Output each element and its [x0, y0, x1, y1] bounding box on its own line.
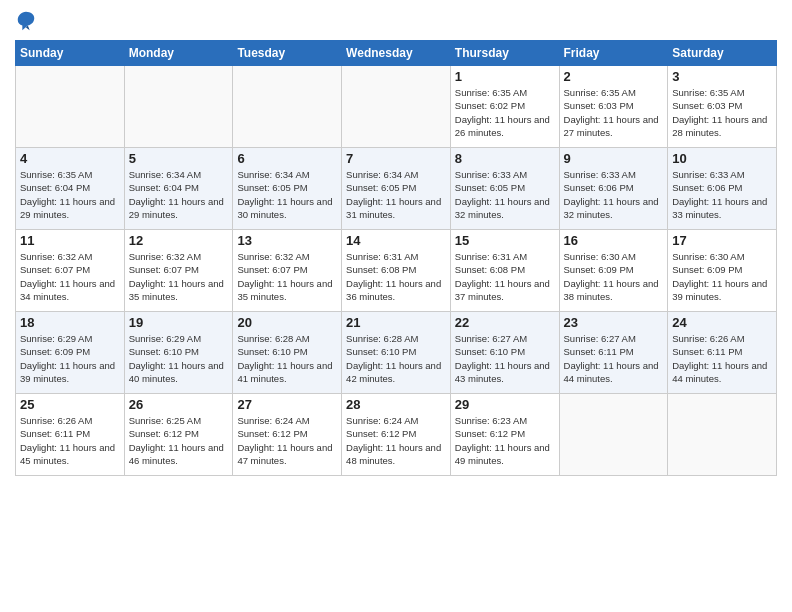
calendar-cell	[559, 394, 668, 476]
calendar-cell: 25Sunrise: 6:26 AM Sunset: 6:11 PM Dayli…	[16, 394, 125, 476]
calendar-cell: 4Sunrise: 6:35 AM Sunset: 6:04 PM Daylig…	[16, 148, 125, 230]
calendar-week-0: 1Sunrise: 6:35 AM Sunset: 6:02 PM Daylig…	[16, 66, 777, 148]
calendar-cell: 2Sunrise: 6:35 AM Sunset: 6:03 PM Daylig…	[559, 66, 668, 148]
day-number: 2	[564, 69, 664, 84]
calendar-cell: 24Sunrise: 6:26 AM Sunset: 6:11 PM Dayli…	[668, 312, 777, 394]
calendar-cell: 17Sunrise: 6:30 AM Sunset: 6:09 PM Dayli…	[668, 230, 777, 312]
day-info: Sunrise: 6:24 AM Sunset: 6:12 PM Dayligh…	[237, 414, 337, 467]
day-info: Sunrise: 6:34 AM Sunset: 6:04 PM Dayligh…	[129, 168, 229, 221]
day-number: 23	[564, 315, 664, 330]
day-number: 4	[20, 151, 120, 166]
day-info: Sunrise: 6:26 AM Sunset: 6:11 PM Dayligh…	[20, 414, 120, 467]
day-info: Sunrise: 6:33 AM Sunset: 6:06 PM Dayligh…	[564, 168, 664, 221]
calendar-cell: 8Sunrise: 6:33 AM Sunset: 6:05 PM Daylig…	[450, 148, 559, 230]
day-info: Sunrise: 6:27 AM Sunset: 6:10 PM Dayligh…	[455, 332, 555, 385]
calendar-cell	[233, 66, 342, 148]
day-info: Sunrise: 6:26 AM Sunset: 6:11 PM Dayligh…	[672, 332, 772, 385]
day-info: Sunrise: 6:32 AM Sunset: 6:07 PM Dayligh…	[129, 250, 229, 303]
calendar-cell: 11Sunrise: 6:32 AM Sunset: 6:07 PM Dayli…	[16, 230, 125, 312]
day-number: 10	[672, 151, 772, 166]
day-number: 20	[237, 315, 337, 330]
day-number: 18	[20, 315, 120, 330]
calendar-week-3: 18Sunrise: 6:29 AM Sunset: 6:09 PM Dayli…	[16, 312, 777, 394]
calendar-cell	[342, 66, 451, 148]
day-number: 21	[346, 315, 446, 330]
calendar-cell: 10Sunrise: 6:33 AM Sunset: 6:06 PM Dayli…	[668, 148, 777, 230]
day-info: Sunrise: 6:30 AM Sunset: 6:09 PM Dayligh…	[564, 250, 664, 303]
calendar-cell: 20Sunrise: 6:28 AM Sunset: 6:10 PM Dayli…	[233, 312, 342, 394]
day-number: 3	[672, 69, 772, 84]
day-number: 11	[20, 233, 120, 248]
day-number: 6	[237, 151, 337, 166]
day-info: Sunrise: 6:31 AM Sunset: 6:08 PM Dayligh…	[346, 250, 446, 303]
calendar-header-saturday: Saturday	[668, 41, 777, 66]
day-number: 19	[129, 315, 229, 330]
day-number: 17	[672, 233, 772, 248]
day-number: 29	[455, 397, 555, 412]
calendar-cell: 15Sunrise: 6:31 AM Sunset: 6:08 PM Dayli…	[450, 230, 559, 312]
calendar-cell: 16Sunrise: 6:30 AM Sunset: 6:09 PM Dayli…	[559, 230, 668, 312]
day-number: 12	[129, 233, 229, 248]
day-info: Sunrise: 6:35 AM Sunset: 6:02 PM Dayligh…	[455, 86, 555, 139]
calendar-header-monday: Monday	[124, 41, 233, 66]
day-number: 15	[455, 233, 555, 248]
day-info: Sunrise: 6:33 AM Sunset: 6:05 PM Dayligh…	[455, 168, 555, 221]
day-number: 1	[455, 69, 555, 84]
calendar-cell: 14Sunrise: 6:31 AM Sunset: 6:08 PM Dayli…	[342, 230, 451, 312]
calendar-week-1: 4Sunrise: 6:35 AM Sunset: 6:04 PM Daylig…	[16, 148, 777, 230]
day-number: 22	[455, 315, 555, 330]
day-info: Sunrise: 6:34 AM Sunset: 6:05 PM Dayligh…	[237, 168, 337, 221]
day-number: 13	[237, 233, 337, 248]
logo-icon	[15, 10, 37, 32]
calendar-week-2: 11Sunrise: 6:32 AM Sunset: 6:07 PM Dayli…	[16, 230, 777, 312]
calendar-header-tuesday: Tuesday	[233, 41, 342, 66]
day-info: Sunrise: 6:23 AM Sunset: 6:12 PM Dayligh…	[455, 414, 555, 467]
calendar: SundayMondayTuesdayWednesdayThursdayFrid…	[15, 40, 777, 476]
calendar-cell	[124, 66, 233, 148]
day-number: 28	[346, 397, 446, 412]
calendar-header-thursday: Thursday	[450, 41, 559, 66]
day-number: 24	[672, 315, 772, 330]
header	[15, 10, 777, 32]
calendar-cell: 5Sunrise: 6:34 AM Sunset: 6:04 PM Daylig…	[124, 148, 233, 230]
day-info: Sunrise: 6:35 AM Sunset: 6:04 PM Dayligh…	[20, 168, 120, 221]
calendar-cell: 22Sunrise: 6:27 AM Sunset: 6:10 PM Dayli…	[450, 312, 559, 394]
calendar-cell: 26Sunrise: 6:25 AM Sunset: 6:12 PM Dayli…	[124, 394, 233, 476]
calendar-header-sunday: Sunday	[16, 41, 125, 66]
calendar-week-4: 25Sunrise: 6:26 AM Sunset: 6:11 PM Dayli…	[16, 394, 777, 476]
calendar-cell: 27Sunrise: 6:24 AM Sunset: 6:12 PM Dayli…	[233, 394, 342, 476]
logo	[15, 10, 41, 32]
day-info: Sunrise: 6:25 AM Sunset: 6:12 PM Dayligh…	[129, 414, 229, 467]
calendar-cell: 28Sunrise: 6:24 AM Sunset: 6:12 PM Dayli…	[342, 394, 451, 476]
day-number: 25	[20, 397, 120, 412]
day-info: Sunrise: 6:29 AM Sunset: 6:09 PM Dayligh…	[20, 332, 120, 385]
calendar-cell	[668, 394, 777, 476]
day-info: Sunrise: 6:28 AM Sunset: 6:10 PM Dayligh…	[237, 332, 337, 385]
day-info: Sunrise: 6:27 AM Sunset: 6:11 PM Dayligh…	[564, 332, 664, 385]
day-number: 14	[346, 233, 446, 248]
day-number: 5	[129, 151, 229, 166]
calendar-header-friday: Friday	[559, 41, 668, 66]
day-number: 9	[564, 151, 664, 166]
day-info: Sunrise: 6:31 AM Sunset: 6:08 PM Dayligh…	[455, 250, 555, 303]
day-number: 7	[346, 151, 446, 166]
calendar-header-wednesday: Wednesday	[342, 41, 451, 66]
calendar-cell: 3Sunrise: 6:35 AM Sunset: 6:03 PM Daylig…	[668, 66, 777, 148]
day-number: 27	[237, 397, 337, 412]
calendar-cell: 1Sunrise: 6:35 AM Sunset: 6:02 PM Daylig…	[450, 66, 559, 148]
calendar-cell: 9Sunrise: 6:33 AM Sunset: 6:06 PM Daylig…	[559, 148, 668, 230]
calendar-cell: 19Sunrise: 6:29 AM Sunset: 6:10 PM Dayli…	[124, 312, 233, 394]
calendar-cell: 6Sunrise: 6:34 AM Sunset: 6:05 PM Daylig…	[233, 148, 342, 230]
day-info: Sunrise: 6:35 AM Sunset: 6:03 PM Dayligh…	[672, 86, 772, 139]
day-number: 26	[129, 397, 229, 412]
calendar-cell: 18Sunrise: 6:29 AM Sunset: 6:09 PM Dayli…	[16, 312, 125, 394]
day-number: 8	[455, 151, 555, 166]
day-number: 16	[564, 233, 664, 248]
day-info: Sunrise: 6:35 AM Sunset: 6:03 PM Dayligh…	[564, 86, 664, 139]
day-info: Sunrise: 6:32 AM Sunset: 6:07 PM Dayligh…	[237, 250, 337, 303]
calendar-cell	[16, 66, 125, 148]
page: SundayMondayTuesdayWednesdayThursdayFrid…	[0, 0, 792, 612]
calendar-cell: 29Sunrise: 6:23 AM Sunset: 6:12 PM Dayli…	[450, 394, 559, 476]
calendar-cell: 12Sunrise: 6:32 AM Sunset: 6:07 PM Dayli…	[124, 230, 233, 312]
day-info: Sunrise: 6:29 AM Sunset: 6:10 PM Dayligh…	[129, 332, 229, 385]
